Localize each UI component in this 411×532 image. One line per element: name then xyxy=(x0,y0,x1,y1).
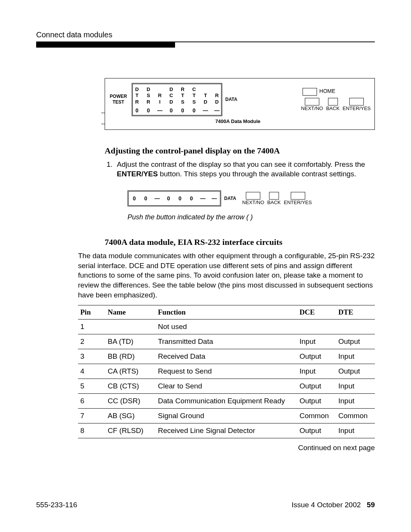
home-button-label: HOME xyxy=(319,88,335,94)
continued-note: Continued on next page xyxy=(105,444,375,452)
cell-func: Request to Send xyxy=(156,364,297,379)
th-name: Name xyxy=(105,305,156,320)
cell-pin: 6 xyxy=(78,394,105,409)
issue-text: Issue 4 October 2002 xyxy=(292,501,361,509)
cell-dce xyxy=(297,320,336,334)
test-label: TEST xyxy=(105,99,132,105)
table-row: 5CB (CTS)Clear to SendOutputInput xyxy=(78,379,375,394)
lcd-col: DTR xyxy=(134,86,140,105)
cell-name: CA (RTS) xyxy=(105,364,156,379)
th-func: Function xyxy=(156,305,297,320)
heading-rs232: 7400A data module, EIA RS-232 interface … xyxy=(105,237,375,247)
panel-diagram-small: 00—000—— DATA NEXT/NO BACK ENTER/YES xyxy=(127,190,375,206)
table-row: 1Not used xyxy=(78,320,375,334)
lcd-val: 0 xyxy=(166,195,171,201)
lcd-col: TD xyxy=(203,86,208,105)
power-label: POWER xyxy=(105,94,132,100)
cell-dte: Common xyxy=(336,409,375,423)
lcd-col: DSR xyxy=(146,86,151,105)
step-1: Adjust the contrast of the display so th… xyxy=(115,160,375,179)
th-dte: DTE xyxy=(336,305,375,320)
cell-dte: Output xyxy=(336,334,375,349)
lcd-col: DCD xyxy=(169,86,174,105)
thick-bar xyxy=(36,42,175,48)
content-area: POWER TEST DTRDSR RIDCDRTSCTS TD RD 00—0… xyxy=(105,78,375,452)
rs232-paragraph: The data module communicates with other … xyxy=(78,251,375,300)
cell-pin: 7 xyxy=(78,409,105,423)
push-button-note: Push the button indicated by the arrow (… xyxy=(127,213,375,221)
next-no-label-2: NEXT/NO xyxy=(242,200,264,205)
step-list: Adjust the contrast of the display so th… xyxy=(105,160,375,179)
table-row: 6CC (DSR)Data Communication Equipment Re… xyxy=(78,394,375,409)
cell-dte: Input xyxy=(336,379,375,394)
panel-diagram-7400a: POWER TEST DTRDSR RIDCDRTSCTS TD RD 00—0… xyxy=(105,78,375,130)
next-no-button[interactable] xyxy=(305,98,319,105)
panel-caption: 7400A Data Module xyxy=(105,118,371,124)
back-label: BACK xyxy=(326,105,339,111)
lcd-display: DTRDSR RIDCDRTSCTS TD RD 00—000—— xyxy=(132,83,222,116)
cell-name: BA (TD) xyxy=(105,334,156,349)
cell-dce: Output xyxy=(297,349,336,364)
cell-name xyxy=(105,320,156,334)
lcd-col: CTS xyxy=(191,86,197,105)
cell-dte: Output xyxy=(336,364,375,379)
cell-pin: 1 xyxy=(78,320,105,334)
cell-pin: 4 xyxy=(78,364,105,379)
cell-dce: Input xyxy=(297,334,336,349)
page-footer: 555-233-116 Issue 4 October 2002 59 xyxy=(36,501,375,509)
cell-pin: 5 xyxy=(78,379,105,394)
cell-dce: Input xyxy=(297,364,336,379)
cell-dte xyxy=(336,320,375,334)
lcd-val: — xyxy=(155,195,160,201)
cell-dce: Common xyxy=(297,409,336,423)
lcd-val: 0 xyxy=(132,195,137,201)
cell-pin: 8 xyxy=(78,423,105,438)
cell-name: CB (CTS) xyxy=(105,379,156,394)
lcd-val: 0 xyxy=(177,195,183,201)
cell-pin: 2 xyxy=(78,334,105,349)
issue-page: Issue 4 October 2002 59 xyxy=(292,501,375,509)
cell-dce: Output xyxy=(297,379,336,394)
step1-part-c: button. This steps you through the avail… xyxy=(158,170,356,178)
step1-part-a: Adjust the contrast of the display so th… xyxy=(117,160,365,168)
enter-yes-button[interactable] xyxy=(349,98,364,105)
cell-func: Not used xyxy=(156,320,297,334)
table-row: 3BB (RD)Received DataOutputInput xyxy=(78,349,375,364)
pin-table: Pin Name Function DCE DTE 1Not used2BA (… xyxy=(78,305,375,438)
lcd-val: 0 xyxy=(146,107,151,113)
doc-number: 555-233-116 xyxy=(36,501,77,509)
cell-dte: Input xyxy=(336,423,375,438)
cell-func: Signal Ground xyxy=(156,409,297,423)
cell-name: CF (RLSD) xyxy=(105,423,156,438)
data-label: DATA xyxy=(225,97,237,102)
back-label-2: BACK xyxy=(267,200,280,205)
lcd-val: 0 xyxy=(169,107,174,113)
lcd-val: — xyxy=(203,107,208,113)
panel-left-stub xyxy=(101,113,105,124)
lcd-val: 0 xyxy=(191,107,197,113)
th-pin: Pin xyxy=(78,305,105,320)
back-button[interactable] xyxy=(328,98,338,105)
lcd-val: 0 xyxy=(189,195,194,201)
lcd-val: 0 xyxy=(180,107,185,113)
enter-yes-label-2: ENTER/YES xyxy=(284,200,312,205)
lcd-val: — xyxy=(200,195,206,201)
cell-dce: Output xyxy=(297,394,336,409)
lcd-val: — xyxy=(157,107,162,113)
table-row: 8CF (RLSD)Received Line Signal DetectorO… xyxy=(78,423,375,438)
lcd-display-small: 00—000—— xyxy=(127,190,221,206)
enter-yes-button-2[interactable] xyxy=(291,192,305,200)
back-button-2[interactable] xyxy=(269,192,279,200)
lcd-col: RTS xyxy=(180,86,185,105)
lcd-values: 00—000—— xyxy=(134,107,220,113)
cell-name: BB (RD) xyxy=(105,349,156,364)
cell-name: CC (DSR) xyxy=(105,394,156,409)
table-row: 4CA (RTS)Request to SendInputOutput xyxy=(78,364,375,379)
lcd-val: — xyxy=(214,107,220,113)
home-button[interactable] xyxy=(303,88,317,96)
lcd-column-labels: DTRDSR RIDCDRTSCTS TD RD xyxy=(134,86,220,105)
power-test-label: POWER TEST xyxy=(105,94,132,105)
heading-adjust-display: Adjusting the control-panel display on t… xyxy=(105,146,375,156)
running-head: Connect data modules xyxy=(36,30,375,39)
next-no-button-2[interactable] xyxy=(246,192,260,200)
